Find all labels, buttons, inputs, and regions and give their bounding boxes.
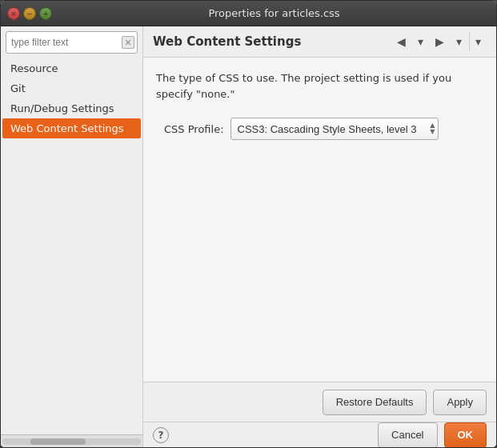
cancel-button[interactable]: Cancel [378, 422, 437, 448]
cancel-ok-buttons: Cancel OK [378, 422, 487, 448]
filter-box: ✕ [6, 31, 138, 54]
sidebar-item-resource[interactable]: Resource [1, 58, 142, 78]
forward-dropdown-button[interactable]: ▾ [450, 33, 467, 50]
panel-header: Web Content Settings ◀ ▾ ▶ ▾ ▾ [143, 26, 496, 58]
scrollbar-thumb [30, 438, 86, 445]
sidebar-scrollbar[interactable] [1, 434, 142, 447]
css-profile-select-wrapper: CSS1: Cascading Style Sheets, level 1 CS… [230, 118, 439, 140]
panel-body: The type of CSS to use. The project sett… [143, 58, 496, 382]
back-dropdown-button[interactable]: ▾ [411, 33, 429, 50]
bottom-action-bar: Restore Defaults Apply [143, 382, 496, 422]
filter-input[interactable] [6, 31, 138, 54]
window-title: Properties for articles.css [58, 7, 490, 19]
titlebar: × − + Properties for articles.css [1, 1, 496, 26]
css-profile-select[interactable]: CSS1: Cascading Style Sheets, level 1 CS… [230, 118, 439, 140]
status-bar: ? Cancel OK [143, 422, 496, 447]
css-profile-row: CSS Profile: CSS1: Cascading Style Sheet… [164, 118, 483, 140]
restore-defaults-button[interactable]: Restore Defaults [323, 390, 427, 415]
ok-button[interactable]: OK [444, 422, 487, 448]
forward-button[interactable]: ▶ [431, 33, 448, 50]
right-panel: Web Content Settings ◀ ▾ ▶ ▾ ▾ The type … [143, 26, 496, 447]
main-content: ✕ Resource Git Run/Debug Settings Web Co… [1, 26, 496, 447]
close-button[interactable]: × [7, 7, 20, 20]
header-nav-buttons: ◀ ▾ ▶ ▾ ▾ [392, 33, 487, 50]
sidebar-item-web-content[interactable]: Web Content Settings [2, 118, 141, 138]
filter-clear-icon[interactable]: ✕ [122, 36, 134, 49]
nav-items: Resource Git Run/Debug Settings Web Cont… [1, 58, 142, 434]
css-profile-label: CSS Profile: [164, 123, 224, 135]
maximize-button[interactable]: + [39, 7, 52, 20]
help-icon[interactable]: ? [153, 427, 169, 443]
sidebar-item-git[interactable]: Git [1, 78, 142, 98]
sidebar-item-run-debug[interactable]: Run/Debug Settings [1, 98, 142, 118]
window-controls: × − + [7, 7, 52, 20]
panel-title: Web Content Settings [153, 34, 392, 49]
back-button[interactable]: ◀ [392, 33, 410, 50]
panel-menu-button[interactable]: ▾ [469, 33, 487, 50]
scrollbar-track [2, 438, 141, 445]
description-text: The type of CSS to use. The project sett… [156, 70, 483, 102]
sidebar: ✕ Resource Git Run/Debug Settings Web Co… [1, 26, 143, 447]
bottom-right-buttons: Restore Defaults Apply [323, 390, 487, 415]
properties-window: × − + Properties for articles.css ✕ Reso… [0, 0, 497, 448]
minimize-button[interactable]: − [23, 7, 36, 20]
apply-button[interactable]: Apply [433, 390, 487, 415]
